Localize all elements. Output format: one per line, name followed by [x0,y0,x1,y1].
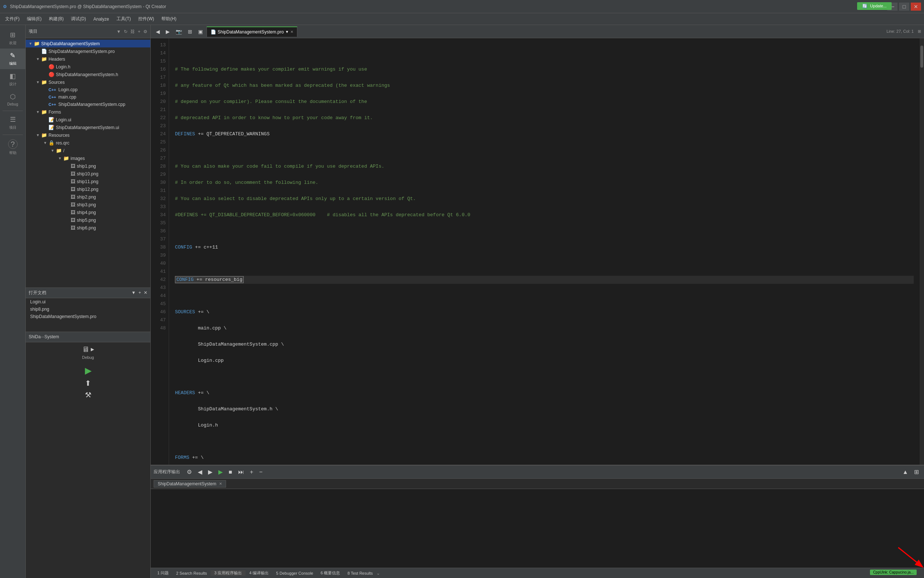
bottom-next-button[interactable]: ▶ [206,467,215,477]
nav-forward-button[interactable]: ▶ [164,28,172,36]
tree-ship4[interactable]: 🖼 ship4.png [26,208,150,216]
editor-tab-pro[interactable]: 📄 ShipDataManagementSystem.pro ▼ ✕ [207,26,297,37]
tree-login-ui[interactable]: 📝 Login.ui [26,116,150,123]
open-files-filter-icon[interactable]: ▼ [131,290,136,295]
add-icon[interactable]: + [138,29,140,34]
tree-ship-cpp[interactable]: C++ ShipDataManagementSystem.cpp [26,101,150,108]
tree-sources-group[interactable]: ▼ 📁 Sources [26,78,150,86]
img-icon6: 🖼 [71,202,75,207]
tree-resources-group[interactable]: ▼ 📁 Resources [26,131,150,139]
snapshot-button[interactable]: 📷 [173,28,184,36]
status-tab-debugger[interactable]: 5 Debugger Console [272,571,317,575]
ship3-label: ship3.png [77,202,96,207]
status-tab-compile[interactable]: 4 编译输出 [245,570,272,576]
bottom-prev-button[interactable]: ◀ [196,467,204,477]
status-tab-tests[interactable]: 8 Test Results [344,571,376,575]
headers-arrow: ▼ [36,57,41,61]
open-file-ship8[interactable]: ship8.png [26,305,150,313]
bottom-expand-button[interactable]: ⊞ [912,467,921,477]
output-tab-label: 应用程序输出 [154,469,180,475]
filter-icon[interactable]: ▼ [117,29,121,34]
bottom-add-button[interactable]: + [248,468,255,477]
project-panel-header: 项目 ▼ ↻ ⛓ + ⚙ [26,25,150,38]
bottom-config-button[interactable]: ⚙ [185,467,194,477]
tree-images[interactable]: ▼ 📁 images [26,154,150,162]
code-editor[interactable]: # The following define makes your compil… [169,38,919,465]
sidebar-item-debug[interactable]: ⬡ Debug [0,90,25,109]
output-tab-close-icon[interactable]: ✕ [219,482,222,486]
cpp-file-icon2: C++ [49,95,56,99]
sources-arrow: ▼ [36,80,41,84]
tree-forms-group[interactable]: ▼ 📁 Forms [26,108,150,116]
menu-build[interactable]: 构建(B) [45,15,67,24]
nav-back-button[interactable]: ◀ [154,28,162,36]
maximize-button[interactable]: □ [899,3,909,11]
bottom-up-button[interactable]: ▲ [900,467,910,477]
close-button[interactable]: ✕ [911,3,921,11]
tree-main-cpp[interactable]: C++ main.cpp [26,93,150,101]
status-tab-appoutput[interactable]: 3 应用程序输出 [211,570,245,576]
tree-ship5[interactable]: 🖼 ship5.png [26,216,150,224]
bottom-stop-button[interactable]: ■ [226,468,235,477]
tree-pro-file[interactable]: 📄 ShipDataManagementSystem.pro [26,47,150,55]
menu-tools[interactable]: 工具(T) [113,15,135,24]
project-panel: 项目 ▼ ↻ ⛓ + ⚙ ▼ 📁 ShipDataManagementSyste… [26,25,151,578]
open-files-panel: 打开文档 ▼ + ✕ Login.ui ship8.png ShipDataMa… [26,287,150,332]
open-files-add-icon[interactable]: + [139,290,141,295]
edit-icon: ✎ [10,52,15,60]
tree-ship1[interactable]: 🖼 ship1.png [26,162,150,170]
run-button[interactable]: ▶ [85,365,91,376]
menu-file[interactable]: 文件(F) [2,15,23,24]
tree-ship10[interactable]: 🖼 ship10.png [26,170,150,178]
cappucino-area: CppUlnk: Cappucino.ja... [874,573,920,578]
layout-button[interactable]: ▣ [196,28,205,36]
open-files-close-icon[interactable]: ✕ [144,290,148,295]
menu-analyze[interactable]: Analyze [90,15,113,23]
tree-ship-h[interactable]: 🔴 ShipDataManagementSystem.h [26,71,150,78]
menu-help[interactable]: 帮助(H) [158,15,180,24]
split-right-icon[interactable]: ⊞ [918,29,921,34]
sidebar-item-welcome[interactable]: ⊞ 欢迎 [0,28,25,49]
tree-res-qrc[interactable]: ▼ 🔒 res.qrc [26,139,150,147]
tree-headers-group[interactable]: ▼ 📁 Headers [26,55,150,63]
open-file-pro[interactable]: ShipDataManagementSystem.pro [26,313,150,320]
bottom-status-bar: 1 问题 2 Search Results 3 应用程序输出 4 编译输出 5 … [151,568,924,578]
sidebar-item-project[interactable]: ☰ 项目 [0,112,25,133]
step-button[interactable]: ⬆ [85,379,91,388]
split-button[interactable]: ⊞ [186,28,195,36]
settings-icon[interactable]: ⚙ [143,29,148,34]
tree-login-cpp[interactable]: C++ Login.cpp [26,86,150,93]
status-tab-summary[interactable]: 6 概要信息 [317,570,344,576]
tree-ship11[interactable]: 🖼 ship11.png [26,178,150,185]
sync-icon[interactable]: ↻ [124,29,128,34]
status-tab-search[interactable]: 2 Search Results [172,571,211,575]
sidebar-item-design[interactable]: ◧ 设计 [0,69,25,90]
build-button[interactable]: ⚒ [85,390,91,399]
vertical-scrollbar[interactable] [919,38,924,465]
tree-ship6[interactable]: 🖼 ship6.png [26,224,150,232]
tree-ship2[interactable]: 🖼 ship2.png [26,193,150,201]
open-file-login-ui[interactable]: Login.ui [26,298,150,305]
update-button[interactable]: 🔄 Update... [857,2,892,10]
root-arrow: ▼ [29,42,34,45]
status-tab-problems[interactable]: 1 问题 [154,570,172,576]
tab-close-button[interactable]: ✕ [290,30,293,34]
tree-ship3[interactable]: 🖼 ship3.png [26,201,150,208]
tree-login-h[interactable]: 🔴 Login.h [26,63,150,71]
sidebar-item-edit[interactable]: ✎ 编辑 [0,49,25,69]
sidebar-item-help[interactable]: ? 帮助 [0,136,25,159]
menu-debug[interactable]: 调试(D) [67,15,90,24]
tree-ship12[interactable]: 🖼 ship12.png [26,185,150,193]
menu-edit[interactable]: 编辑(E) [23,15,45,24]
link-icon[interactable]: ⛓ [130,29,135,34]
tree-slash[interactable]: ▼ 📁 / [26,147,150,154]
bottom-run-button[interactable]: ▶ [216,467,225,477]
bottom-skip-button[interactable]: ⏭ [236,468,246,477]
status-tab-more-icon[interactable]: ⌄ [376,571,380,576]
bottom-remove-button[interactable]: − [257,468,265,477]
tree-root[interactable]: ▼ 📁 ShipDataManagementSystem [26,40,150,47]
tree-ship-ui[interactable]: 📝 ShipDataManagementSystem.ui [26,123,150,131]
output-tab-ship[interactable]: ShipDataManagementSystem ✕ [154,480,226,487]
line-numbers: 13 14 15 16 17 18 19 20 21 22 23 24 25 2… [151,38,169,465]
menu-controls[interactable]: 控件(W) [135,15,158,24]
